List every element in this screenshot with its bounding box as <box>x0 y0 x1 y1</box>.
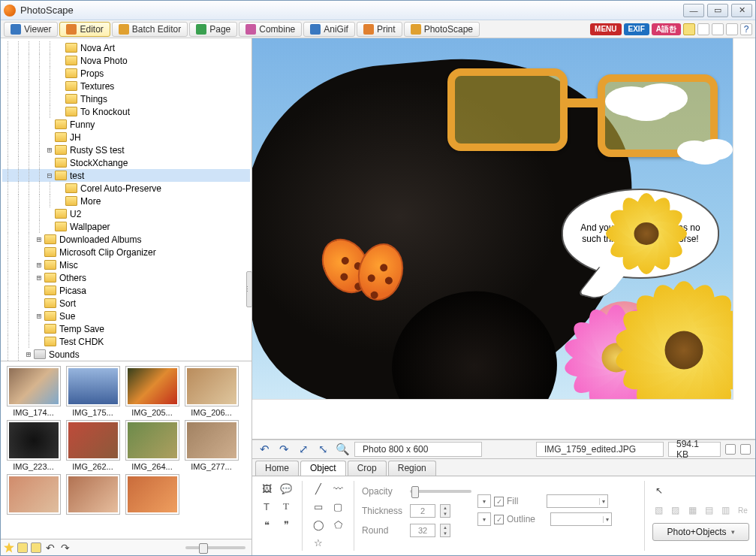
tree-item[interactable]: StockXchange <box>2 156 250 169</box>
zoom-icon[interactable]: 🔍 <box>335 442 350 457</box>
polygon-tool-icon[interactable]: ⬠ <box>330 517 346 532</box>
thumbnail[interactable]: IMG_206... <box>183 366 239 417</box>
insert-symbol-icon[interactable]: ❞ <box>278 517 294 532</box>
outline-checkbox[interactable]: ✓ <box>494 515 504 524</box>
tool-icon-2[interactable] <box>697 23 709 35</box>
canvas-area[interactable]: And you thought there was no such thing … <box>252 38 755 440</box>
line-tool-icon[interactable]: ╱ <box>310 481 327 496</box>
tree-item[interactable]: Corel Auto-Preserve <box>2 182 250 195</box>
prev-image-icon[interactable]: ↶ <box>44 542 56 554</box>
tree-item[interactable]: JH <box>2 131 250 144</box>
open-folder-icon[interactable] <box>31 542 41 553</box>
outline-color-picker[interactable] <box>550 512 612 526</box>
menu-badge[interactable]: MENU <box>590 23 621 35</box>
tab-photoscape[interactable]: PhotoScape <box>404 22 480 37</box>
thumbnail-grid[interactable]: IMG_174...IMG_175...IMG_205...IMG_206...… <box>1 361 251 539</box>
tab-region[interactable]: Region <box>388 461 436 476</box>
slideshow-icon[interactable] <box>17 542 28 553</box>
tab-object[interactable]: Object <box>300 461 346 476</box>
thumbnail[interactable]: IMG_264... <box>124 420 180 471</box>
tree-item[interactable]: Wallpaper <box>2 220 250 233</box>
thumbnail[interactable]: IMG_175... <box>65 366 121 417</box>
tree-item[interactable]: Temp Save <box>2 322 250 335</box>
reset-icon[interactable]: Re <box>736 503 749 517</box>
thickness-spinner[interactable]: ▲▼ <box>440 504 450 518</box>
tab-combine[interactable]: Combine <box>239 22 302 37</box>
roundrect-tool-icon[interactable]: ▢ <box>330 499 346 514</box>
thumbnail[interactable]: IMG_174... <box>5 366 62 417</box>
tab-batch-editor[interactable]: Batch Editor <box>112 22 188 37</box>
tree-item[interactable]: Picasa <box>2 284 250 297</box>
tab-home[interactable]: Home <box>255 461 299 476</box>
language-badge[interactable]: A語한 <box>652 23 681 35</box>
tab-anigif[interactable]: AniGif <box>303 22 355 37</box>
tool-icon-3[interactable] <box>712 23 724 35</box>
favorite-icon[interactable] <box>4 542 14 553</box>
butterfly-object[interactable] <box>324 237 414 320</box>
thumbnail[interactable] <box>124 474 180 516</box>
tree-item[interactable]: Sort <box>2 297 250 310</box>
exif-badge[interactable]: EXIF <box>624 23 649 35</box>
tree-item[interactable]: ⊞Rusty SS test <box>2 144 250 156</box>
ellipse-tool-icon[interactable]: ◯ <box>310 517 327 532</box>
tree-item[interactable]: Things <box>2 92 250 105</box>
thumbnail[interactable]: IMG_205... <box>124 366 180 417</box>
flower-object[interactable] <box>605 196 688 271</box>
photo-objects-button[interactable]: Photo+Objects▾ <box>652 523 749 541</box>
send-backward-icon[interactable]: ▨ <box>669 503 682 517</box>
tree-item[interactable]: Textures <box>2 80 250 92</box>
insert-speech-icon[interactable]: 💬 <box>278 481 294 496</box>
maximize-button[interactable]: ▭ <box>707 4 728 17</box>
tree-item[interactable]: ⊞Misc <box>2 258 250 271</box>
insert-text-icon[interactable]: T <box>258 499 275 514</box>
tree-item[interactable]: Props <box>2 67 250 80</box>
undo-icon[interactable]: ↶ <box>257 442 272 457</box>
tab-editor[interactable]: Editor <box>59 22 110 37</box>
tree-item[interactable]: U2 <box>2 207 250 220</box>
ungroup-icon[interactable]: ▤ <box>703 503 715 517</box>
freehand-tool-icon[interactable]: 〰 <box>330 481 346 496</box>
insert-richtext-icon[interactable]: T <box>278 499 294 514</box>
tree-item[interactable]: ⊞Downloaded Albums <box>2 233 250 246</box>
flower-object[interactable] <box>620 286 733 399</box>
thickness-input[interactable] <box>410 504 435 518</box>
cloud-object[interactable] <box>620 91 673 121</box>
tree-item[interactable]: Funny <box>2 118 250 131</box>
opacity-slider[interactable] <box>410 490 471 493</box>
tree-item[interactable]: ⊞Sounds <box>2 348 250 361</box>
tree-item[interactable]: ⊟test <box>2 169 250 182</box>
settings-icon[interactable] <box>726 23 738 35</box>
tree-item[interactable]: ⊞Sue <box>2 310 250 322</box>
redo-icon[interactable]: ↷ <box>276 442 291 457</box>
tab-page[interactable]: Page <box>189 22 237 37</box>
photo-canvas[interactable]: And you thought there was no such thing … <box>252 38 733 399</box>
thumbnail[interactable] <box>65 474 121 516</box>
tree-item[interactable]: To Knockout <box>2 105 250 118</box>
minimize-button[interactable]: — <box>683 4 704 17</box>
vertical-splitter[interactable] <box>246 271 252 307</box>
close-button[interactable]: ✕ <box>731 4 752 17</box>
tool-icon-1[interactable] <box>683 23 695 35</box>
tree-item[interactable]: Nova Photo <box>2 54 250 67</box>
tab-viewer[interactable]: Viewer <box>4 22 58 37</box>
tree-item[interactable]: More <box>2 195 250 207</box>
actual-size-icon[interactable]: ⤡ <box>315 442 330 457</box>
thumbnail[interactable]: IMG_223... <box>5 420 62 471</box>
fill-color-picker[interactable] <box>547 494 608 508</box>
thumb-size-slider[interactable] <box>185 546 245 549</box>
insert-quotes-icon[interactable]: ❝ <box>258 517 275 532</box>
round-input[interactable] <box>410 524 435 537</box>
thumbnail[interactable]: IMG_262... <box>65 420 121 471</box>
fill-style-dropdown[interactable]: ▾ <box>477 494 491 508</box>
tree-item[interactable]: Microsoft Clip Organizer <box>2 246 250 258</box>
insert-image-icon[interactable]: 🖼 <box>258 481 275 496</box>
tab-print[interactable]: Print <box>357 22 402 37</box>
thumbnail[interactable] <box>5 474 62 516</box>
thumbnail[interactable]: IMG_277... <box>183 420 239 471</box>
fit-icon[interactable]: ⤢ <box>296 442 311 457</box>
star-tool-icon[interactable]: ☆ <box>310 535 327 550</box>
delete-object-icon[interactable]: ▥ <box>719 503 732 517</box>
rect-tool-icon[interactable]: ▭ <box>310 499 327 514</box>
fill-checkbox[interactable]: ✓ <box>494 497 504 506</box>
group-icon[interactable]: ▦ <box>686 503 699 517</box>
